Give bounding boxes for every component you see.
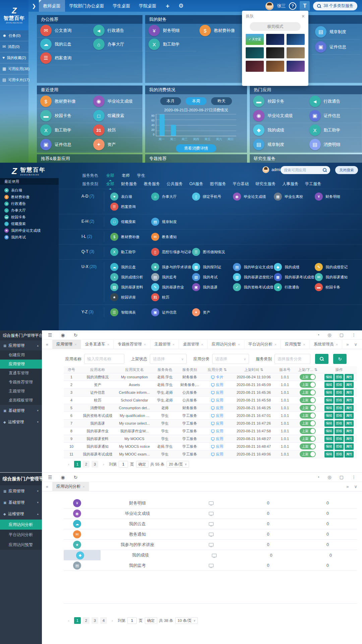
category-option[interactable]: 学工服务 — [305, 181, 321, 187]
tab-close-icon[interactable]: × — [144, 342, 146, 346]
cell-app-type[interactable]: 应用 — [202, 406, 232, 411]
app-item[interactable]: ▯绑定手机号 — [192, 192, 233, 202]
shelf-toggle[interactable]: 上架 — [300, 451, 316, 457]
row-action-button[interactable]: 编辑 — [324, 382, 334, 388]
table-row[interactable]: 6 我的资格考试成绩 My qualification ... 学生 学工服务 … — [64, 412, 357, 420]
workspace-tab[interactable]: 应用访问分析× — [207, 340, 244, 349]
row-action-button[interactable]: 授权 — [335, 428, 344, 434]
tag-icon[interactable]: ▢ — [340, 475, 344, 480]
role-option[interactable]: 全部 — [106, 173, 114, 178]
tab-close-icon[interactable]: × — [82, 485, 84, 489]
app-item[interactable]: ✉公文查询 — [37, 24, 90, 38]
search-button[interactable] — [315, 354, 328, 364]
table-row[interactable]: 8 我的慕课作业 我的慕课作业W... 学生 学工服务 应用 2020-08-2… — [64, 427, 357, 435]
shelf-state-select[interactable]: 请选择∨ — [150, 354, 187, 364]
submenu-item[interactable]: 桌面模板管理 — [0, 396, 42, 405]
category-option[interactable]: 全部 — [106, 181, 114, 187]
app-item[interactable]: ✦资产 — [192, 307, 233, 317]
skin-thumbnail[interactable]: ✓ 天空蓝 — [246, 34, 264, 45]
app-item[interactable]: ☁我的云盘 — [110, 262, 151, 272]
prev-page-icon[interactable]: ‹ — [65, 617, 72, 624]
workspace-tab[interactable]: 业务直通车× — [81, 340, 114, 349]
app-item[interactable]: ★我参与的学术讲座 — [151, 262, 192, 272]
goto-confirm-button[interactable]: 确定 — [136, 461, 148, 468]
table-header-cell[interactable]: 上架/下... ⇅ — [294, 367, 321, 372]
shelf-toggle[interactable]: 上架 — [300, 413, 316, 419]
app-item[interactable]: ▣证件信息 — [151, 307, 192, 317]
category-option[interactable]: 财务服务 — [121, 181, 137, 187]
app-item[interactable]: ▨我的慕课资料 — [110, 282, 151, 292]
app-item[interactable]: ¥财务明细 — [145, 24, 196, 38]
desktop-tab[interactable]: 学院部门办公桌面 — [65, 0, 109, 12]
app-item[interactable]: ◉毕业论文成绩 — [250, 109, 306, 123]
view-consumption-detail-button[interactable]: 查看消费详情 — [176, 144, 216, 152]
skin-thumbnail[interactable] — [287, 47, 305, 58]
app-item[interactable]: ✓我的资格考试成绩 — [233, 282, 274, 292]
skin-thumbnail[interactable] — [287, 61, 305, 72]
shelf-toggle[interactable]: 上架 — [300, 397, 316, 403]
app-item[interactable]: ▤规章制度 — [250, 138, 306, 152]
app-item[interactable]: ✎我的成绩登记 — [315, 262, 356, 272]
recent-app-item[interactable]: ▬校园卡务 — [0, 214, 59, 220]
page-number[interactable]: 3 — [92, 617, 98, 624]
app-item[interactable]: ⌂办事大厅 — [90, 38, 143, 51]
desktop-settings-icon[interactable]: ⚙ — [175, 0, 188, 12]
recent-app-item[interactable]: ⌂办事大厅 — [0, 207, 59, 214]
app-item[interactable]: ✎我的慕课作业 — [151, 282, 192, 292]
globe-icon[interactable]: ◉ — [61, 475, 65, 480]
app-item[interactable]: ▤规章制度 — [151, 217, 192, 227]
app-item[interactable]: X勤工助学 — [306, 123, 362, 138]
skin-thumbnail[interactable] — [287, 34, 305, 45]
row-action-button[interactable]: 授权 — [335, 436, 344, 442]
row-action-button[interactable]: 属性 — [345, 420, 354, 427]
refresh-icon[interactable]: ↻ — [74, 332, 78, 338]
row-action-button[interactable]: 编辑 — [324, 389, 334, 396]
table-row[interactable]: 9 我的慕课资料 My MOOCS 学生 学工服务 应用 2020-08-21 … — [64, 435, 357, 443]
workspace-tab[interactable]: 应用访问分析× — [52, 482, 89, 491]
workspace-tab[interactable]: 桌面管理× — [179, 340, 207, 349]
tab-close-icon[interactable]: × — [275, 342, 277, 346]
row-action-button[interactable]: 授权 — [335, 451, 344, 458]
category-option[interactable]: 教务服务 — [144, 181, 160, 187]
row-action-button[interactable]: 属性 — [345, 374, 354, 380]
skin-thumbnail[interactable] — [246, 61, 264, 72]
tab-close-icon[interactable]: × — [74, 342, 76, 346]
cell-app-type[interactable]: 应用 — [202, 398, 232, 403]
app-item[interactable]: ▣证件信息 — [37, 138, 90, 152]
app-item[interactable]: ◉毕业论文成绩 — [233, 192, 274, 202]
workspace-tab[interactable]: 主题管理× — [150, 340, 179, 349]
cell-app-type[interactable]: 卡片 — [202, 375, 232, 380]
row-action-button[interactable]: 编辑 — [324, 428, 334, 434]
app-item[interactable]: $教材费补缴 — [110, 232, 151, 242]
app-item[interactable]: ◆我的成绩 — [250, 123, 306, 138]
recent-app-item[interactable]: ◄行政通告 — [0, 200, 59, 207]
app-item[interactable]: ☰智能填表 — [110, 307, 151, 317]
consumption-range-tab[interactable]: 本周 — [186, 97, 206, 105]
row-action-button[interactable]: 属性 — [345, 389, 354, 396]
reset-refresh-button[interactable]: ↻ — [333, 354, 347, 364]
row-action-button[interactable]: 编辑 — [324, 413, 334, 419]
skin-thumbnail[interactable] — [246, 47, 264, 58]
desktop-tab[interactable]: 学生桌面 — [109, 0, 135, 12]
workspace-tab[interactable]: 应用预警× — [281, 340, 309, 349]
table-header-cell[interactable]: 应用名称 — [79, 367, 116, 372]
workspace-tab[interactable]: 专题推荐管理× — [114, 340, 150, 349]
table-header-cell[interactable]: 服务类别 — [177, 367, 202, 372]
access-analysis-row[interactable]: ☁ 我的云盘 0 0 — [64, 519, 357, 529]
app-item[interactable]: $教材费补缴 — [196, 24, 247, 38]
kebab-icon[interactable]: ⋮ — [352, 332, 356, 337]
tab-close-icon[interactable]: × — [201, 342, 203, 346]
close-search-button[interactable]: 关闭搜索 — [335, 166, 358, 174]
tabs-scroll-left-icon[interactable]: « — [42, 342, 52, 347]
app-item[interactable]: ☰档案查询 — [110, 202, 151, 212]
app-item[interactable]: ▣证件信息 — [312, 40, 360, 55]
globe-icon[interactable]: ◉ — [61, 332, 65, 338]
category-option[interactable]: 公共服务 — [167, 181, 183, 187]
category-option[interactable]: 研究生服务 — [255, 181, 276, 187]
collapse-arrow-icon[interactable]: ❯ — [28, 3, 39, 9]
user-chip[interactable]: admin — [262, 166, 283, 173]
service-type-input[interactable] — [275, 354, 310, 364]
app-item[interactable]: ☁我的云盘 — [37, 38, 90, 51]
app-item[interactable]: □馆藏搜索 — [90, 109, 143, 123]
skin-thumbnail[interactable] — [266, 47, 284, 58]
